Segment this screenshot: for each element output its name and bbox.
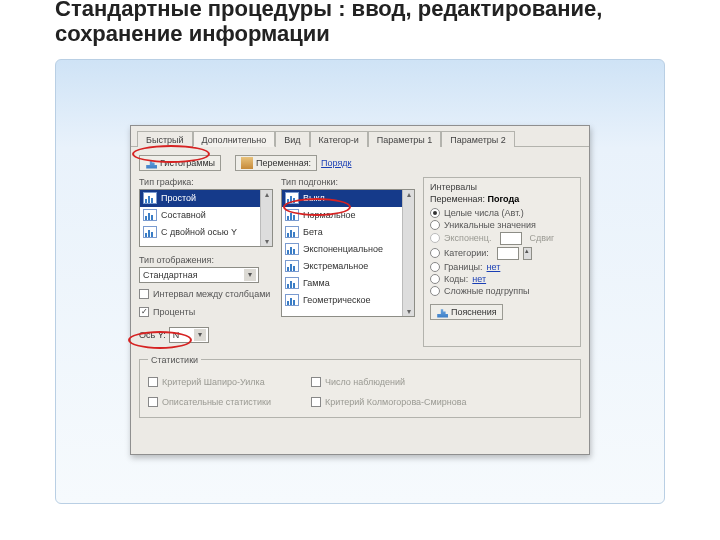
radio-codes[interactable]: Коды: нет — [430, 274, 574, 284]
radio-unique[interactable]: Уникальные значения — [430, 220, 574, 230]
borders-link[interactable]: нет — [487, 262, 501, 272]
top-row: Гистограммы Переменная: Порядк — [139, 155, 581, 171]
list-item[interactable]: Простой — [140, 190, 272, 207]
tabstrip: Быстрый Дополнительно Вид Категор-и Пара… — [131, 126, 589, 147]
axis-y-row: Ось Y: N ▾ — [139, 327, 273, 343]
histograms-button[interactable]: Гистограммы — [139, 155, 221, 171]
chevron-down-icon: ▾ — [194, 329, 206, 341]
tab-advanced[interactable]: Дополнительно — [193, 131, 276, 147]
slide-panel: Быстрый Дополнительно Вид Категор-и Пара… — [55, 59, 665, 504]
chk-gap[interactable]: Интервал между столбцами — [139, 287, 273, 301]
list-item[interactable]: Геометрическое — [282, 292, 414, 309]
stats-group: Статистики Критерий Шапиро-Уилка Описате… — [139, 355, 581, 418]
display-type-combo[interactable]: Стандартная ▾ — [139, 267, 259, 283]
explain-button[interactable]: Пояснения — [430, 304, 503, 320]
bar-icon — [285, 226, 299, 238]
dialog-body: Гистограммы Переменная: Порядк Тип графи… — [131, 147, 589, 456]
bounds-input[interactable] — [500, 232, 522, 245]
bar-icon — [143, 226, 157, 238]
intervals-title: Интервалы — [430, 182, 574, 192]
list-item[interactable]: Нормальное — [282, 207, 414, 224]
bar-icon — [285, 294, 299, 306]
bar-icon — [143, 192, 157, 204]
chart-type-label: Тип графика: — [139, 177, 273, 187]
spinner-icon[interactable]: ▴ — [523, 247, 532, 260]
chart-type-list[interactable]: Простой Составной С двойной осью Y — [139, 189, 273, 247]
intervals-group: Интервалы Переменная: Погода Целые числа… — [423, 177, 581, 347]
radio-borders[interactable]: Границы: нет — [430, 262, 574, 272]
bar-icon — [436, 306, 448, 318]
fit-type-list[interactable]: Выкл Нормальное Бета Экспоненциальное Эк… — [281, 189, 415, 317]
list-item[interactable]: Экспоненциальное — [282, 241, 414, 258]
sheet-icon — [241, 157, 253, 169]
radio-complex[interactable]: Сложные подгруппы — [430, 286, 574, 296]
fit-type-label: Тип подгонки: — [281, 177, 415, 187]
histograms-label: Гистограммы — [160, 158, 215, 168]
col-chart-type: Тип графика: Простой Составной — [139, 177, 273, 347]
list-item[interactable]: Бета — [282, 224, 414, 241]
chk-nobs[interactable]: Число наблюдений — [311, 375, 467, 389]
checkbox-icon — [139, 289, 149, 299]
variable-button[interactable]: Переменная: — [235, 155, 317, 171]
list-item[interactable]: С двойной осью Y — [140, 224, 272, 241]
stats-legend: Статистики — [148, 355, 201, 365]
bar-icon — [285, 243, 299, 255]
axis-y-label: Ось Y: — [139, 330, 166, 340]
radio-bounds[interactable]: Экспоненц.Сдвиг — [430, 232, 574, 245]
bar-icon — [143, 209, 157, 221]
bar-icon — [285, 277, 299, 289]
chk-percents[interactable]: ✓ Проценты — [139, 305, 273, 319]
tab-params2[interactable]: Параметры 2 — [441, 131, 514, 147]
bar-icon — [285, 209, 299, 221]
tab-view[interactable]: Вид — [275, 131, 309, 147]
chk-descriptive[interactable]: Описательные статистики — [148, 395, 271, 409]
radio-int-auto[interactable]: Целые числа (Авт.) — [430, 208, 574, 218]
tab-fast[interactable]: Быстрый — [137, 131, 193, 147]
axis-y-combo[interactable]: N ▾ — [169, 327, 209, 343]
list-item[interactable]: Экстремальное — [282, 258, 414, 275]
scrollbar[interactable] — [402, 190, 414, 316]
codes-link[interactable]: нет — [472, 274, 486, 284]
variable-link[interactable]: Порядк — [321, 158, 351, 168]
intervals-var-row: Переменная: Погода — [430, 194, 574, 204]
tab-params1[interactable]: Параметры 1 — [368, 131, 441, 147]
list-item[interactable]: Составной — [140, 207, 272, 224]
radio-categories[interactable]: Категории:▴ — [430, 247, 574, 260]
col-fit-type: Тип подгонки: Выкл Нормальное Бета Экспо… — [281, 177, 415, 347]
chevron-down-icon: ▾ — [244, 269, 256, 281]
bar-icon — [285, 192, 299, 204]
bar-icon — [285, 260, 299, 272]
variable-label: Переменная: — [256, 158, 311, 168]
tab-categories[interactable]: Категор-и — [310, 131, 368, 147]
bar-icon — [145, 157, 157, 169]
checkbox-icon: ✓ — [139, 307, 149, 317]
list-item[interactable]: Выкл — [282, 190, 414, 207]
display-type-label: Тип отображения: — [139, 255, 273, 265]
scrollbar[interactable] — [260, 190, 272, 246]
cats-input[interactable] — [497, 247, 519, 260]
list-item[interactable]: Гамма — [282, 275, 414, 292]
page-title: Стандартные процедуры : ввод, редактиров… — [0, 0, 720, 53]
dialog-window: Быстрый Дополнительно Вид Категор-и Пара… — [130, 125, 590, 455]
chk-ks[interactable]: Критерий Колмогорова-Смирнова — [311, 395, 467, 409]
chk-shapiro[interactable]: Критерий Шапиро-Уилка — [148, 375, 271, 389]
